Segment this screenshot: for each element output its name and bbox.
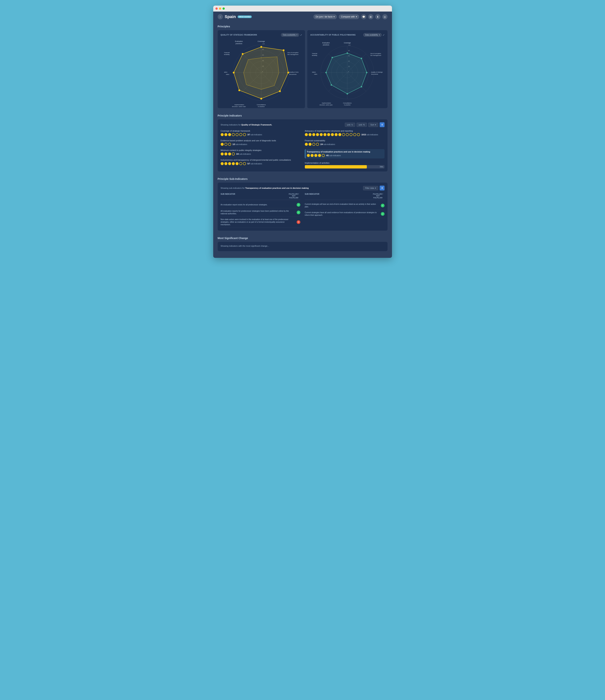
fulfilled-icon: ✓ — [297, 203, 300, 207]
radar-grid: 100 80 60 40 20 0 — [233, 43, 289, 101]
svg-text:in practice: in practice — [258, 106, 265, 107]
indicator-financial-dots: 2/4 sub-indicators — [305, 143, 385, 146]
sub-right-col-header: Sub Indicator Fulfilled / Not Fulfilled — [305, 193, 385, 200]
svg-text:documents: documents — [371, 73, 378, 75]
svg-point-28 — [242, 53, 244, 55]
dot-count: 3/4 sub-indicators — [236, 153, 251, 155]
dot — [228, 143, 231, 146]
svg-point-26 — [238, 90, 240, 91]
not-fulfilled-icon: ✕ — [297, 220, 300, 224]
sub-row-right-1: Current strategies all have an end-of-te… — [305, 201, 385, 210]
svg-text:practices: practices — [323, 44, 329, 46]
principles-section: Principles QUALITY OF STATEGIC FRAMEWORK… — [213, 22, 392, 111]
dejure-defacto-dropdown[interactable]: De jure / de facto ▾ — [313, 14, 337, 19]
sub-indicator-label-2: Sub Indicator — [305, 193, 370, 199]
chevron-down-icon: ▾ — [296, 34, 297, 36]
svg-text:rates: rates — [226, 74, 229, 75]
svg-text:Financial: Financial — [312, 53, 317, 54]
sub-row-1-text: An evaluation report exists for all pred… — [221, 203, 295, 206]
accountability-chart-card: ACCOUNTABILITY OF PUBLIC POLICYMAKING Da… — [307, 30, 387, 108]
dot — [349, 133, 353, 136]
download-icon-button[interactable]: ⬇ — [375, 14, 381, 19]
indicators-card: Showing indicators for Quality of Strate… — [218, 119, 388, 172]
svg-text:Implimentation: Implimentation — [312, 71, 316, 73]
dot — [243, 133, 246, 136]
svg-point-23 — [287, 72, 289, 74]
svg-point-21 — [260, 46, 262, 48]
sub-indicator-label: Sub Indicator — [221, 193, 286, 199]
dot — [307, 154, 310, 157]
accountability-chart-title: ACCOUNTABILITY OF PUBLIC POLICYMAKING — [310, 34, 356, 36]
dot — [323, 133, 326, 136]
browser-window: ‹ Spain OECD member De jure / de facto ▾… — [213, 6, 392, 258]
close-dot[interactable] — [215, 7, 218, 10]
sort-button[interactable]: Sort ▾ — [368, 123, 378, 127]
app-header: ‹ Spain OECD member De jure / de facto ▾… — [213, 11, 392, 22]
dot — [239, 162, 242, 165]
dot — [228, 162, 231, 165]
svg-point-69 — [331, 84, 332, 85]
dot — [327, 133, 330, 136]
header-left: ‹ Spain OECD member — [218, 14, 252, 19]
expand-icon[interactable]: ⤢ — [300, 34, 302, 36]
sub-indicators-grid: Sub Indicator Fulfilled / Not Fulfilled … — [221, 193, 385, 228]
svg-point-25 — [260, 98, 262, 100]
table-icon-button[interactable]: ⊞ — [368, 14, 373, 19]
svg-text:practices: practices — [236, 43, 242, 45]
dot — [224, 152, 227, 155]
indicator-evidence-dots: 1/3 sub-indicators — [221, 143, 300, 146]
dot — [221, 143, 224, 146]
minimize-dot[interactable] — [219, 7, 221, 10]
msc-title: Most Significant Change — [218, 236, 388, 240]
fulfilled-icon: ✓ — [381, 212, 385, 216]
indicator-right-col: Adequacy of implementation structures an… — [305, 130, 385, 169]
svg-point-64 — [347, 52, 348, 54]
dot-count: 10/15 sub-indicators — [361, 134, 378, 136]
chevron-down-icon: ▾ — [375, 187, 376, 189]
svg-text:Evaluation: Evaluation — [235, 41, 243, 42]
dot — [314, 154, 317, 157]
sub-indicators-section-title: Principle Sub-Indicators — [218, 177, 388, 180]
dot — [331, 133, 334, 136]
expand-icon-2[interactable]: ⤢ — [383, 34, 385, 36]
sub-download-button[interactable]: ⬇ — [380, 185, 385, 191]
indicator-transparency: Transparency of evaluation practices and… — [305, 149, 385, 158]
dot — [236, 133, 239, 136]
dot-count: 1/3 sub-indicators — [233, 143, 247, 145]
dot — [221, 162, 224, 165]
svg-text:structure, action plan: structure, action plan — [319, 104, 333, 106]
indicator-transparency-name: Transparency of evaluation practices and… — [307, 151, 383, 153]
dot — [312, 143, 315, 146]
dot — [335, 133, 338, 136]
indicator-evidence: Evidence-based problem analysis and use … — [221, 140, 300, 146]
svg-text:risk management: risk management — [287, 54, 298, 55]
svg-text:100: 100 — [348, 44, 350, 46]
back-button[interactable]: ‹ — [218, 14, 223, 19]
svg-point-70 — [325, 72, 327, 73]
dot — [312, 133, 315, 136]
compass-icon-button[interactable]: ◎ — [382, 14, 388, 19]
fulfilled-label-2: Fulfilled / Not Fulfilled — [371, 193, 385, 199]
chat-icon-button[interactable]: 💬 — [361, 14, 366, 19]
sub-row-right-1-text: Current strategies all have an end-of-te… — [305, 203, 379, 208]
indicator-implementation: Implementation of activities 78% — [305, 162, 385, 169]
svg-text:Implimentation: Implimentation — [224, 71, 227, 73]
dot — [221, 152, 224, 155]
dot — [338, 133, 341, 136]
indicator-inclusiveness-name: Inclusiveness and transparency of interg… — [221, 159, 300, 161]
indicators-controls: unit: ½ unit: % Sort ▾ ⬇ — [345, 122, 385, 127]
indicator-evidence-name: Evidence-based problem analysis and use … — [221, 140, 300, 142]
chevron-down-icon: ▾ — [375, 124, 376, 126]
compare-with-dropdown[interactable]: Compare with ▾ — [339, 14, 359, 19]
dot — [309, 133, 312, 136]
svg-text:Consultations: Consultations — [343, 102, 352, 104]
unit-percent-button[interactable]: unit: % — [357, 123, 367, 127]
filter-data-button[interactable]: Filter data ▾ — [363, 186, 378, 190]
indicator-implementation-name: Implementation of activities — [305, 162, 385, 164]
dot — [228, 152, 231, 155]
expand-dot[interactable] — [222, 7, 225, 10]
dot — [346, 133, 349, 136]
svg-marker-20 — [244, 57, 279, 90]
download-button[interactable]: ⬇ — [380, 122, 385, 127]
unit-half-button[interactable]: unit: ½ — [345, 123, 355, 127]
